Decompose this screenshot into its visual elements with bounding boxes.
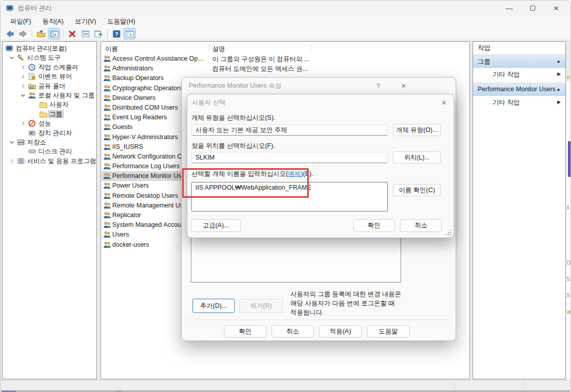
ok-button[interactable]: 확인	[224, 325, 266, 337]
advanced-button[interactable]: 고급(A)...	[191, 219, 241, 232]
collapse-icon[interactable]: ▲	[556, 87, 561, 92]
menu-item[interactable]: 동작(A)	[37, 16, 69, 28]
background-text-fragment: li	[567, 205, 569, 211]
add-button[interactable]: 추가(D)...	[192, 299, 235, 313]
tree-item[interactable]: 사용자	[3, 100, 96, 109]
chevron-right-icon[interactable]	[19, 63, 27, 71]
actions-section-label: Performance Monitor Users	[478, 86, 556, 93]
cancel-button[interactable]: 취소	[271, 325, 314, 337]
tree-item[interactable]: 공유 폴더	[3, 82, 96, 91]
list-header: 이름 설명	[101, 44, 469, 54]
chevron-right-icon[interactable]	[8, 157, 16, 165]
note-line: 해당 사용자가 다음 번에 로그온할 때	[290, 299, 443, 308]
column-separator[interactable]	[311, 44, 311, 54]
group-icon	[103, 74, 111, 82]
location-label: 찾을 위치를 선택하십시오(F).	[191, 142, 275, 150]
folder-icon	[39, 110, 47, 118]
chevron-right-icon[interactable]	[19, 72, 27, 81]
dialog-help-button[interactable]: ?	[373, 81, 384, 91]
menu-item[interactable]: 파일(F)	[5, 16, 37, 28]
menu-item[interactable]: 도움말(H)	[102, 16, 141, 28]
actions-item-more-actions-groups[interactable]: 기타 작업 ▶	[473, 68, 565, 81]
folder-up-icon[interactable]	[35, 28, 47, 39]
export-icon[interactable]	[92, 28, 105, 39]
collapse-icon[interactable]: ▲	[556, 59, 561, 64]
background-window-selection-fragment	[568, 141, 571, 177]
sharedfolder-icon	[28, 82, 36, 90]
tree-item[interactable]: 로컬 사용자 및 그룹	[3, 91, 96, 100]
show-tree-icon[interactable]	[123, 28, 136, 39]
tree-item-label: 디스크 관리	[37, 147, 73, 155]
group-icon	[103, 221, 111, 229]
close-button[interactable]: ✕	[545, 1, 567, 16]
actions-item-more-actions-pmu[interactable]: 기타 작업 ▶	[473, 96, 565, 109]
chevron-right-icon[interactable]	[19, 119, 27, 127]
delete-icon[interactable]	[66, 28, 78, 39]
screen: 컴퓨터 관리 — ✕ 파일(F)동작(A)보기(V)도움말(H) ? 컴퓨터 관…	[0, 0, 571, 392]
cancel-button[interactable]: 취소	[400, 219, 442, 232]
toolbar: ?	[1, 28, 570, 40]
tree-item[interactable]: 저장소	[3, 138, 96, 147]
check-names-button[interactable]: 이름 확인(C)	[393, 184, 441, 196]
chevron-right-icon[interactable]	[19, 82, 27, 90]
column-header-name[interactable]: 이름	[105, 45, 118, 54]
tree-item-label: 로컬 사용자 및 그룹	[37, 91, 96, 99]
apply-button[interactable]: 적용(A)	[319, 325, 362, 337]
actions-section-performance-monitor-users[interactable]: Performance Monitor Users ▲	[473, 83, 565, 96]
chevron-down-icon[interactable]	[8, 138, 16, 146]
dialog-close-button[interactable]: ✕	[438, 97, 450, 108]
status-bar-divider	[524, 382, 524, 389]
group-description: 이 그룹의 구성원은 이 컴퓨터의 ...	[212, 55, 311, 64]
actions-item-label: 기타 작업	[492, 70, 519, 79]
tree-item[interactable]: 컴퓨터 관리(로컬)	[3, 44, 96, 53]
group-icon	[103, 94, 111, 102]
background-window-sliver: nliD.55ag	[566, 82, 571, 392]
group-icon	[103, 113, 111, 121]
object-type-field[interactable]: 사용자 또는 기본 제공 보안 주체	[191, 124, 388, 136]
column-separator[interactable]	[209, 44, 209, 54]
console-tree-panel: 컴퓨터 관리(로컬)시스템 도구작업 스케줄러이벤트 뷰어공유 폴더로컬 사용자…	[2, 41, 97, 379]
background-text-fragment: 5	[567, 276, 570, 282]
tree-item[interactable]: 그룹	[3, 110, 96, 119]
help-button[interactable]: 도움말	[367, 325, 410, 337]
toolbar-separator	[32, 29, 32, 38]
help-icon[interactable]: ?	[110, 28, 122, 39]
back-icon[interactable]	[4, 28, 16, 39]
ok-button[interactable]: 확인	[353, 219, 395, 232]
properties-icon[interactable]	[79, 28, 91, 39]
maximize-button[interactable]	[522, 1, 544, 16]
tree-item[interactable]: 이벤트 뷰어	[3, 72, 96, 81]
group-row[interactable]: Administrators컴퓨터 도메인에 모든 액세스 권...	[101, 64, 469, 73]
expand-right-icon: ▶	[557, 99, 561, 104]
tree-item[interactable]: 장치 관리자	[3, 128, 96, 138]
remove-button[interactable]: 제거(R)	[239, 299, 283, 313]
chevron-down-icon[interactable]	[19, 91, 27, 99]
tree-item[interactable]: 서비스 및 응용 프로그램	[3, 156, 96, 166]
console-window-icon[interactable]	[48, 28, 60, 39]
locations-button[interactable]: 위치(L)...	[393, 151, 441, 164]
tree-item[interactable]: 시스템 도구	[3, 53, 96, 62]
location-field[interactable]: SLKIM	[191, 152, 388, 163]
status-bar	[1, 380, 570, 390]
dialog-close-button[interactable]: ✕	[398, 81, 409, 91]
minimize-button[interactable]: —	[498, 1, 520, 16]
chevron-down-icon[interactable]	[8, 54, 16, 62]
object-types-button[interactable]: 개체 유형(O)...	[393, 124, 441, 136]
resize-grip[interactable]	[446, 230, 451, 235]
group-row[interactable]: Access Control Assistance Operat...이 그룹의…	[101, 54, 469, 64]
menu-item[interactable]: 보기(V)	[69, 16, 102, 28]
dialog-title: Performance Monitor Users 속성	[189, 82, 281, 90]
red-highlight-box	[182, 168, 309, 198]
computer-management-window: 컴퓨터 관리 — ✕ 파일(F)동작(A)보기(V)도움말(H) ? 컴퓨터 관…	[0, 0, 571, 392]
column-header-description[interactable]: 설명	[212, 45, 225, 54]
group-icon	[103, 211, 111, 219]
menu-bar: 파일(F)동작(A)보기(V)도움말(H)	[1, 16, 570, 28]
tree-item[interactable]: 디스크 관리	[3, 147, 96, 156]
forward-icon[interactable]	[17, 28, 29, 39]
disk-icon	[28, 147, 36, 155]
tree-item[interactable]: 작업 스케줄러	[3, 63, 96, 72]
tree-item[interactable]: 성능	[3, 119, 96, 128]
actions-section-groups[interactable]: 그룹 ▲	[473, 55, 565, 68]
tree-item-label: 컴퓨터 관리(로컬)	[14, 44, 68, 53]
background-text-fragment: ag	[567, 309, 571, 315]
